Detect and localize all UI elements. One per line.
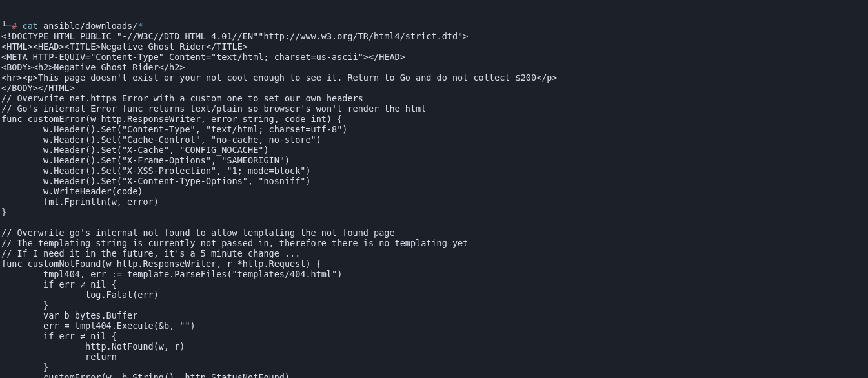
output-line: fmt.Fprintln(w, error) [1, 196, 867, 207]
output-line: // If I need it in the future, it's a 5 … [1, 248, 867, 258]
output-line: // The templating string is currently no… [1, 238, 867, 248]
output-line: w.Header().Set("X-Frame-Options", "SAMEO… [1, 155, 867, 165]
prompt-hash: # [12, 21, 17, 31]
output-line: err = tmpl404.Execute(&b, "") [1, 320, 867, 331]
output-line: w.Header().Set("Cache-Control", "no-cach… [1, 134, 867, 145]
output-line: </BODY></HTML> [1, 83, 867, 93]
output-line: <HTML><HEAD><TITLE>Negative Ghost Rider<… [1, 41, 867, 52]
command-output: <!DOCTYPE HTML PUBLIC "-//W3C//DTD HTML … [1, 31, 867, 378]
output-line: if err ≠ nil { [1, 279, 867, 289]
output-line: <META HTTP-EQUIV="Content-Type" Content=… [1, 52, 867, 62]
output-line: // Overwrite net.https Error with a cust… [1, 93, 867, 103]
output-line: if err ≠ nil { [1, 331, 867, 341]
output-line: customError(w, b.String(), http.StatusNo… [1, 372, 867, 378]
output-line: } [1, 207, 867, 217]
command-arg: ansible/downloads/ [43, 21, 137, 31]
output-line: http.NotFound(w, r) [1, 341, 867, 352]
output-line: w.Header().Set("X-Cache", "CONFIG_NOCACH… [1, 145, 867, 155]
glob-star: * [137, 21, 143, 31]
output-line: <BODY><h2>Negative Ghost Rider</h2> [1, 62, 867, 72]
output-line: <hr><p>This page doesn't exist or your n… [1, 72, 867, 83]
output-line: } [1, 300, 867, 310]
output-line: w.Header().Set("X-XSS-Protection", "1; m… [1, 165, 867, 176]
output-line: w.Header().Set("X-Content-Type-Options",… [1, 176, 867, 186]
output-line: log.Fatal(err) [1, 289, 867, 300]
output-line [1, 217, 867, 227]
output-line: } [1, 362, 867, 372]
output-line: w.WriteHeader(code) [1, 186, 867, 196]
terminal[interactable]: └─# cat ansible/downloads/*<!DOCTYPE HTM… [0, 0, 868, 378]
output-line: return [1, 352, 867, 362]
output-line: func customError(w http.ResponseWriter, … [1, 114, 867, 124]
output-line: w.Header().Set("Content-Type", "text/htm… [1, 124, 867, 134]
output-line: // Go's internal Error func returns text… [1, 103, 867, 114]
output-line: // Overwrite go's internal not found to … [1, 227, 867, 238]
output-line: tmpl404, err := template.ParseFiles("tem… [1, 269, 867, 279]
prompt-tree: └─ [1, 21, 12, 31]
output-line: <!DOCTYPE HTML PUBLIC "-//W3C//DTD HTML … [1, 31, 867, 41]
prompt-line: └─# cat ansible/downloads/* [1, 21, 867, 31]
output-line: var b bytes.Buffer [1, 310, 867, 320]
command: cat [23, 21, 38, 31]
output-line: func customNotFound(w http.ResponseWrite… [1, 258, 867, 269]
